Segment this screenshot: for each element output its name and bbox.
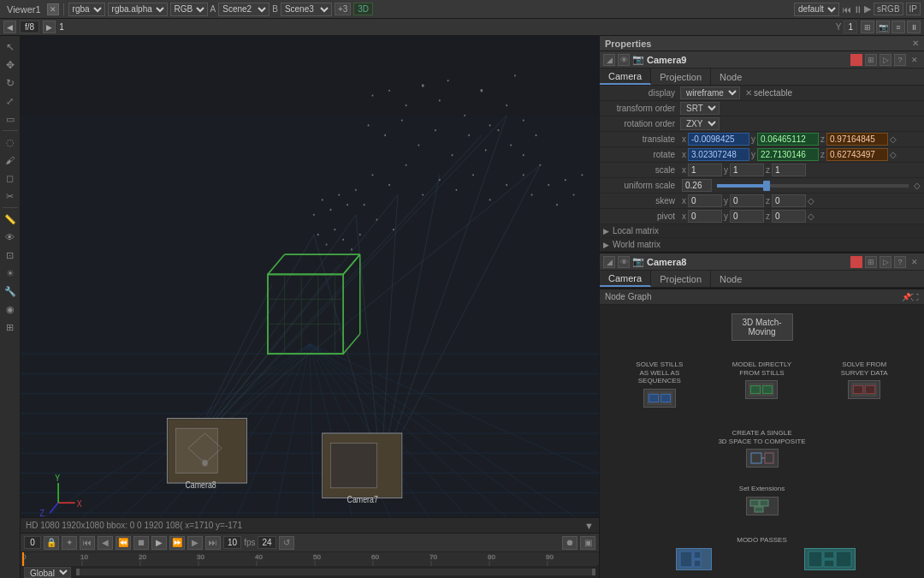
camera9-tab-node[interactable]: Node bbox=[711, 69, 750, 85]
rotate-y-input[interactable] bbox=[757, 148, 819, 161]
sidebar-icon-rect[interactable]: ▭ bbox=[2, 110, 19, 128]
camera9-action2[interactable]: ▷ bbox=[880, 54, 891, 66]
close-icon[interactable]: ✕ bbox=[47, 3, 59, 15]
skew-y-input[interactable] bbox=[730, 194, 764, 207]
pivot-anim-btn[interactable]: ◇ bbox=[808, 212, 814, 221]
frame-prev-btn[interactable]: ◀ bbox=[3, 21, 16, 33]
node-graph-expand-btn[interactable]: ⛶ bbox=[911, 293, 919, 301]
viewport-3d[interactable]: Camera8 Camera7 bbox=[21, 36, 599, 533]
node-create-space[interactable]: CREATE A SINGLE3D SPACE TO COMPOSITE bbox=[711, 429, 814, 468]
camera8-visible-btn[interactable]: 👁 bbox=[618, 256, 630, 268]
node-set-extensions[interactable]: Set Extensions bbox=[728, 485, 797, 515]
uniform-scale-anim-btn[interactable]: ◇ bbox=[914, 181, 921, 190]
world-matrix-row[interactable]: ▶ World matrix bbox=[600, 238, 924, 252]
transform-order-dropdown[interactable]: SRT bbox=[680, 102, 720, 115]
camera8-tab-camera[interactable]: Camera bbox=[600, 271, 651, 287]
node-model-directly[interactable]: MODEL DIRECTLYFROM STILLS bbox=[727, 361, 796, 408]
camera8-toggle-btn[interactable]: ◢ bbox=[603, 256, 615, 268]
sidebar-icon-paint[interactable]: 🖌 bbox=[2, 152, 19, 169]
rotation-order-dropdown[interactable]: ZXY bbox=[680, 117, 720, 130]
rotate-z-input[interactable] bbox=[826, 148, 888, 161]
sidebar-icon-eye[interactable]: 👁 bbox=[2, 229, 19, 246]
camera9-action1[interactable]: ⊞ bbox=[865, 54, 877, 66]
camera9-close-btn[interactable]: ✕ bbox=[909, 54, 921, 66]
camera8-action2[interactable]: ▷ bbox=[880, 256, 891, 268]
node-solve-survey[interactable]: SOLVE FROMSURVEY DATA bbox=[830, 361, 898, 408]
next-key-btn[interactable]: ⏭ bbox=[205, 536, 221, 550]
camera8-tab-projection[interactable]: Projection bbox=[651, 271, 711, 287]
global-dropdown[interactable]: Global bbox=[24, 567, 71, 578]
rgba-dropdown[interactable]: rgba bbox=[68, 3, 105, 16]
prev-key-btn[interactable]: ⏮ bbox=[80, 536, 95, 550]
loop-btn[interactable]: ↺ bbox=[279, 536, 294, 550]
main-node-box[interactable]: 3D Match- Moving bbox=[731, 313, 792, 341]
prev-frame-btn[interactable]: ◀ bbox=[98, 536, 113, 550]
pivot-z-input[interactable] bbox=[772, 210, 806, 223]
camera8-close-btn[interactable]: ✕ bbox=[909, 256, 921, 268]
prev-btn[interactable]: ⏪ bbox=[116, 536, 131, 550]
camera8-color-btn[interactable] bbox=[850, 256, 862, 268]
sidebar-icon-knife[interactable]: ✂ bbox=[2, 188, 19, 205]
key-btn[interactable]: ✦ bbox=[62, 536, 77, 550]
record-btn[interactable]: ⏺ bbox=[562, 536, 578, 550]
node-graph-canvas[interactable]: 3D Match- Moving SOLVE STILLSAS WELL ASS… bbox=[600, 305, 924, 578]
scale-x-input[interactable] bbox=[688, 164, 722, 176]
stop-btn[interactable]: ⏹ bbox=[133, 536, 149, 550]
timeline-tracks[interactable]: Global bbox=[21, 566, 599, 578]
sidebar-icon-grid[interactable]: ⊞ bbox=[2, 319, 19, 336]
translate-y-input[interactable] bbox=[757, 133, 819, 146]
list-btn[interactable]: ≡ bbox=[891, 21, 905, 33]
display-dropdown[interactable]: wireframe bbox=[680, 86, 740, 99]
node-modo-1[interactable] bbox=[668, 548, 720, 570]
scene-b-dropdown[interactable]: Scene3 bbox=[281, 3, 332, 16]
node-create-space-icon[interactable] bbox=[746, 449, 779, 468]
lock-btn[interactable]: 🔒 bbox=[44, 536, 59, 550]
camera9-visible-btn[interactable]: 👁 bbox=[618, 54, 630, 66]
rotate-anim-btn[interactable]: ◇ bbox=[890, 150, 897, 159]
cam-btn[interactable]: 📷 bbox=[876, 21, 890, 33]
pivot-x-input[interactable] bbox=[688, 210, 722, 223]
sidebar-icon-camera[interactable]: ⊡ bbox=[2, 247, 19, 264]
grid-btn[interactable]: ⊞ bbox=[861, 21, 874, 33]
sidebar-icon-measure[interactable]: 📏 bbox=[2, 211, 19, 228]
node-solve-stills-icon[interactable] bbox=[643, 389, 676, 408]
camera9-action3[interactable]: ? bbox=[894, 54, 906, 66]
pivot-y-input[interactable] bbox=[730, 210, 764, 223]
local-matrix-row[interactable]: ▶ Local matrix bbox=[600, 224, 924, 238]
rgb-dropdown[interactable]: RGB bbox=[170, 3, 208, 16]
node-set-extensions-icon[interactable] bbox=[746, 497, 779, 515]
default-dropdown[interactable]: default bbox=[794, 3, 839, 16]
timeline-ruler[interactable]: 0 10 20 30 40 50 60 70 80 90 99 bbox=[21, 552, 599, 566]
skew-x-input[interactable] bbox=[688, 194, 722, 207]
camera8-action3[interactable]: ? bbox=[894, 256, 906, 268]
node-modo-2-icon[interactable] bbox=[804, 548, 856, 570]
sidebar-icon-cursor[interactable]: ↖ bbox=[2, 39, 19, 56]
sidebar-icon-light[interactable]: ☀ bbox=[2, 265, 19, 282]
camera9-color-btn[interactable] bbox=[850, 54, 862, 66]
alpha-dropdown[interactable]: rgba.alpha bbox=[108, 3, 168, 16]
play-btn[interactable]: ▶ bbox=[151, 536, 167, 550]
skew-anim-btn[interactable]: ◇ bbox=[808, 196, 814, 206]
camera8-tab-node[interactable]: Node bbox=[711, 271, 750, 287]
translate-x-input[interactable] bbox=[688, 133, 749, 146]
pause-btn[interactable]: ⏸ bbox=[907, 21, 921, 33]
skew-z-input[interactable] bbox=[772, 194, 806, 207]
camera9-toggle-btn[interactable]: ◢ bbox=[603, 54, 615, 66]
camera8-action1[interactable]: ⊞ bbox=[865, 256, 877, 268]
rotate-x-input[interactable] bbox=[688, 148, 749, 161]
scale-z-input[interactable] bbox=[772, 164, 806, 176]
next-frame-btn[interactable]: ▶ bbox=[187, 536, 203, 550]
sidebar-icon-scale[interactable]: ⤢ bbox=[2, 92, 19, 110]
sidebar-icon-move[interactable]: ✥ bbox=[2, 57, 19, 74]
camera9-tab-camera[interactable]: Camera bbox=[600, 69, 651, 85]
node-solve-stills[interactable]: SOLVE STILLSAS WELL ASSEQUENCES bbox=[625, 361, 694, 408]
frame-next-btn[interactable]: ▶ bbox=[43, 21, 56, 33]
sidebar-icon-lasso[interactable]: ◌ bbox=[2, 134, 19, 151]
uniform-scale-slider[interactable] bbox=[717, 184, 909, 188]
viewport-expand-btn[interactable]: ▼ bbox=[584, 521, 594, 531]
clip-btn[interactable]: ▣ bbox=[580, 536, 595, 550]
node-model-directly-icon[interactable] bbox=[745, 380, 778, 399]
sidebar-icon-sphere[interactable]: ◉ bbox=[2, 301, 19, 318]
next-btn[interactable]: ⏩ bbox=[169, 536, 185, 550]
props-close-btn[interactable]: ✕ bbox=[912, 39, 919, 48]
